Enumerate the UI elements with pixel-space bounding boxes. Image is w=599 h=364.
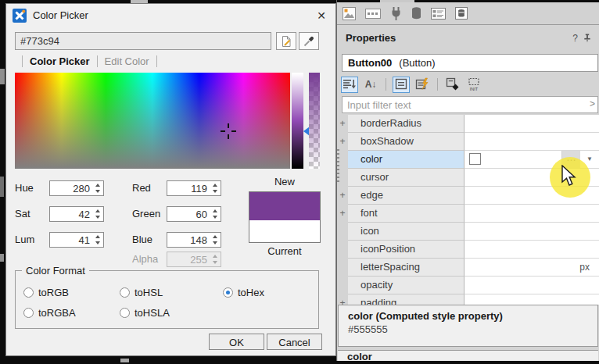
expander-icon[interactable]: + [337,115,348,133]
cancel-button[interactable]: Cancel [267,334,322,350]
property-value[interactable] [464,133,599,151]
property-value[interactable] [464,115,599,133]
spinner-down-icon[interactable] [95,190,100,193]
init-icon: INIT [467,77,481,91]
spinner-down-icon[interactable] [213,216,217,219]
property-row-borderradius[interactable]: + borderRadius [337,115,599,133]
radio-torgba[interactable]: toRGBA [23,306,76,319]
color-format-group: Color Format [15,270,319,329]
bottom-splitter-handle[interactable] [120,359,129,362]
color-crosshair[interactable] [221,123,236,139]
radio-tohsla[interactable]: toHSLA [120,306,170,319]
show-all-icon [394,77,408,91]
radio-torgb[interactable]: toRGB [23,286,69,298]
eyedropper-button[interactable] [299,32,319,50]
expander-cell [337,223,348,241]
alpha-slider[interactable] [309,73,320,169]
radio-icon[interactable] [23,287,34,298]
dialog-title: Color Picker [33,4,88,27]
property-row-icon[interactable]: icon [337,223,599,241]
spinner-up-icon[interactable] [95,184,100,187]
categorized-sort-button[interactable] [341,77,358,93]
edit-color-note-button[interactable] [276,32,296,50]
hex-color-input[interactable] [15,32,271,50]
image-icon[interactable] [343,7,356,20]
radio-icon[interactable] [23,308,34,318]
database-box-icon[interactable] [455,7,468,20]
current-color-label: Current [249,245,321,258]
property-row-font[interactable]: + font [337,205,599,223]
property-value-unit[interactable]: px [464,259,599,277]
spinner-down-icon[interactable] [95,241,100,244]
property-value[interactable] [464,223,599,241]
tab-separator [97,55,98,67]
alpha-label: Alpha [132,252,167,267]
show-changed-properties-button[interactable] [414,77,431,93]
property-name: cursor [348,169,464,187]
spinner-down-icon[interactable] [95,216,100,219]
spinner-up-icon[interactable] [213,235,217,238]
pin-icon[interactable] [583,34,592,43]
database-icon[interactable] [411,7,421,20]
tab-edit-color[interactable]: Edit Color [105,55,149,67]
radio-label: toHex [238,287,264,298]
radio-selected-icon[interactable] [223,287,233,298]
panel-splitter-dots[interactable] [337,149,339,182]
spinner-up-icon[interactable] [213,184,217,187]
spinner-down-icon[interactable] [213,190,217,193]
luminance-slider[interactable] [292,73,303,169]
lum-stepper [49,232,104,248]
expander-icon[interactable]: + [337,294,348,305]
filter-chevron-icon[interactable]: > [590,98,595,109]
spinner-down-icon[interactable] [213,241,217,244]
list-box-icon[interactable] [431,8,446,20]
radio-icon[interactable] [120,287,130,298]
close-icon[interactable]: ✕ [317,4,326,27]
spinner-up-icon[interactable] [95,209,100,212]
help-icon[interactable]: ? [572,30,578,47]
plug-icon[interactable] [390,7,402,20]
set-default-property-button[interactable] [444,77,461,93]
property-name: padding [348,294,464,305]
radio-tohsl[interactable]: toHSL [120,286,163,298]
filter-input[interactable] [342,96,598,113]
hue-saturation-map[interactable] [15,73,290,169]
toolbar-divider [386,78,386,91]
property-value[interactable] [464,205,599,223]
toolbar-divider [437,78,438,91]
radio-icon[interactable] [120,308,130,318]
color-checkbox[interactable] [469,153,481,165]
spinner-up-icon[interactable] [213,209,217,212]
radio-label: toHSLA [135,307,170,319]
spinner-up-icon[interactable] [95,235,100,238]
dialog-titlebar[interactable]: Color Picker ✕ [6,4,335,27]
component-selector-dropdown[interactable]: Button00(Button) [342,54,598,72]
init-properties-button[interactable]: INIT [465,77,482,93]
property-value[interactable] [464,241,599,259]
property-row-boxshadow[interactable]: + boxShadow [337,133,599,151]
app-logo-icon [13,9,27,23]
expander-icon[interactable]: + [337,187,348,205]
radio-tohex[interactable]: toHex [223,286,264,298]
alphabetical-sort-button[interactable]: A↓ [362,77,379,93]
hue-stepper [49,180,104,196]
set-default-icon [446,77,460,91]
ok-button[interactable]: OK [209,334,264,350]
property-row-letterspacing[interactable]: letterSpacing px [337,259,599,277]
tab-color-picker[interactable]: Color Picker [30,55,90,67]
property-description-box: color (Computed style property) #555555 [338,305,598,347]
color-preview-swatch [249,191,321,243]
property-row-iconposition[interactable]: iconPosition [337,241,599,259]
dialog-tabs: Color Picker Edit Color [15,52,164,70]
property-row-opacity[interactable]: opacity [337,277,599,294]
expander-icon[interactable]: + [337,205,348,223]
fields-box-icon[interactable] [365,9,381,19]
show-all-properties-button[interactable] [393,77,410,93]
property-name: opacity [348,277,464,294]
component-type: (Button) [399,57,435,69]
property-value[interactable] [464,294,599,305]
expander-icon[interactable]: + [337,133,348,151]
property-name: iconPosition [348,241,464,259]
property-value[interactable] [464,277,599,294]
property-row-padding[interactable]: + padding [337,294,599,305]
